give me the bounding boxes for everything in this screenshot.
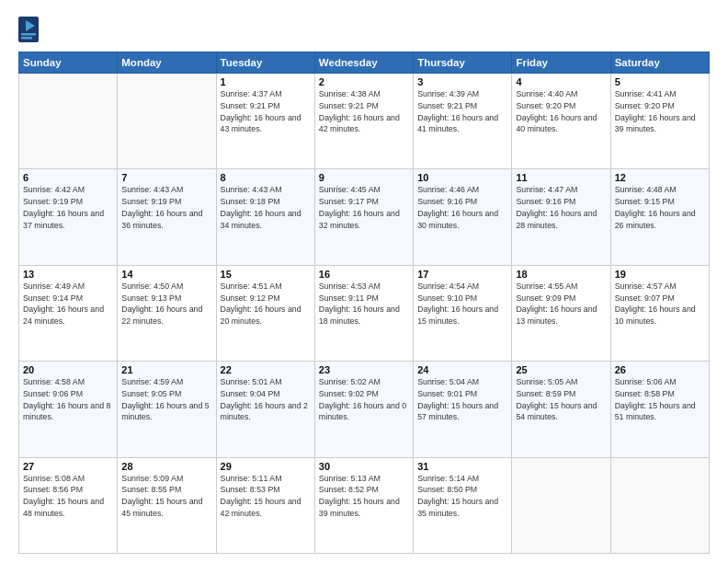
day-info: Sunrise: 4:39 AMSunset: 9:21 PMDaylight:… — [417, 88, 507, 135]
day-number: 22 — [221, 364, 311, 375]
day-info: Sunrise: 4:40 AMSunset: 9:20 PMDaylight:… — [516, 88, 606, 135]
day-info: Sunrise: 4:43 AMSunset: 9:18 PMDaylight:… — [221, 184, 311, 231]
calendar-cell: 8Sunrise: 4:43 AMSunset: 9:18 PMDaylight… — [216, 169, 314, 265]
weekday-header-tuesday: Tuesday — [216, 52, 314, 74]
day-info: Sunrise: 4:58 AMSunset: 9:06 PMDaylight:… — [23, 376, 113, 423]
day-info: Sunrise: 4:41 AMSunset: 9:20 PMDaylight:… — [615, 88, 705, 135]
calendar-cell: 3Sunrise: 4:39 AMSunset: 9:21 PMDaylight… — [414, 74, 512, 169]
day-info: Sunrise: 5:01 AMSunset: 9:04 PMDaylight:… — [221, 376, 311, 423]
calendar-cell — [610, 457, 709, 553]
calendar-cell: 12Sunrise: 4:48 AMSunset: 9:15 PMDayligh… — [610, 169, 709, 265]
day-info: Sunrise: 4:46 AMSunset: 9:16 PMDaylight:… — [417, 184, 507, 231]
svg-rect-2 — [21, 33, 36, 36]
calendar-cell: 19Sunrise: 4:57 AMSunset: 9:07 PMDayligh… — [610, 265, 709, 361]
calendar-cell: 10Sunrise: 4:46 AMSunset: 9:16 PMDayligh… — [414, 169, 512, 265]
day-number: 23 — [319, 364, 409, 375]
day-info: Sunrise: 5:08 AMSunset: 8:56 PMDaylight:… — [23, 473, 113, 520]
day-info: Sunrise: 4:47 AMSunset: 9:16 PMDaylight:… — [516, 184, 606, 231]
day-number: 28 — [121, 461, 211, 472]
day-number: 21 — [121, 364, 211, 375]
day-number: 8 — [221, 172, 311, 183]
calendar-cell: 14Sunrise: 4:50 AMSunset: 9:13 PMDayligh… — [118, 265, 216, 361]
day-info: Sunrise: 5:05 AMSunset: 8:59 PMDaylight:… — [516, 376, 606, 423]
header — [18, 17, 710, 42]
calendar-cell: 21Sunrise: 4:59 AMSunset: 9:05 PMDayligh… — [118, 362, 216, 457]
calendar-cell: 27Sunrise: 5:08 AMSunset: 8:56 PMDayligh… — [19, 457, 118, 553]
calendar-cell: 31Sunrise: 5:14 AMSunset: 8:50 PMDayligh… — [414, 457, 512, 553]
day-number: 10 — [417, 172, 507, 183]
calendar-cell: 25Sunrise: 5:05 AMSunset: 8:59 PMDayligh… — [512, 362, 610, 457]
svg-rect-3 — [21, 37, 32, 40]
calendar-cell: 15Sunrise: 4:51 AMSunset: 9:12 PMDayligh… — [216, 265, 314, 361]
calendar-cell: 20Sunrise: 4:58 AMSunset: 9:06 PMDayligh… — [19, 362, 118, 457]
day-number: 7 — [121, 172, 211, 183]
day-info: Sunrise: 4:48 AMSunset: 9:15 PMDaylight:… — [615, 184, 705, 231]
calendar-cell: 9Sunrise: 4:45 AMSunset: 9:17 PMDaylight… — [314, 169, 413, 265]
weekday-header-wednesday: Wednesday — [314, 52, 413, 74]
calendar-cell — [118, 74, 216, 169]
calendar-cell: 22Sunrise: 5:01 AMSunset: 9:04 PMDayligh… — [216, 362, 314, 457]
day-number: 14 — [121, 269, 211, 280]
day-info: Sunrise: 4:59 AMSunset: 9:05 PMDaylight:… — [121, 376, 211, 423]
day-number: 11 — [516, 172, 606, 183]
day-info: Sunrise: 5:04 AMSunset: 9:01 PMDaylight:… — [417, 376, 507, 423]
logo — [18, 17, 40, 42]
day-number: 18 — [516, 269, 606, 280]
day-number: 4 — [516, 76, 606, 87]
weekday-header-row: SundayMondayTuesdayWednesdayThursdayFrid… — [19, 52, 710, 74]
day-number: 3 — [417, 76, 507, 87]
calendar-table: SundayMondayTuesdayWednesdayThursdayFrid… — [18, 52, 710, 554]
day-info: Sunrise: 4:55 AMSunset: 9:09 PMDaylight:… — [516, 281, 606, 327]
day-number: 1 — [221, 76, 311, 87]
calendar-cell: 5Sunrise: 4:41 AMSunset: 9:20 PMDaylight… — [610, 74, 709, 169]
day-number: 15 — [221, 269, 311, 280]
calendar-cell: 28Sunrise: 5:09 AMSunset: 8:55 PMDayligh… — [118, 457, 216, 553]
day-info: Sunrise: 4:45 AMSunset: 9:17 PMDaylight:… — [319, 184, 409, 231]
day-number: 25 — [516, 364, 606, 375]
day-number: 13 — [23, 269, 113, 280]
calendar-cell: 17Sunrise: 4:54 AMSunset: 9:10 PMDayligh… — [414, 265, 512, 361]
day-info: Sunrise: 4:53 AMSunset: 9:11 PMDaylight:… — [319, 281, 409, 327]
day-info: Sunrise: 5:06 AMSunset: 8:58 PMDaylight:… — [615, 376, 705, 423]
calendar-cell: 6Sunrise: 4:42 AMSunset: 9:19 PMDaylight… — [19, 169, 118, 265]
calendar-cell — [19, 74, 118, 169]
calendar-cell: 2Sunrise: 4:38 AMSunset: 9:21 PMDaylight… — [314, 74, 413, 169]
day-info: Sunrise: 4:50 AMSunset: 9:13 PMDaylight:… — [121, 281, 211, 327]
day-info: Sunrise: 4:43 AMSunset: 9:19 PMDaylight:… — [121, 184, 211, 231]
day-number: 2 — [319, 76, 409, 87]
day-number: 24 — [417, 364, 507, 375]
day-info: Sunrise: 4:42 AMSunset: 9:19 PMDaylight:… — [23, 184, 113, 231]
calendar-cell: 18Sunrise: 4:55 AMSunset: 9:09 PMDayligh… — [512, 265, 610, 361]
calendar-cell: 30Sunrise: 5:13 AMSunset: 8:52 PMDayligh… — [314, 457, 413, 553]
day-info: Sunrise: 5:13 AMSunset: 8:52 PMDaylight:… — [319, 473, 409, 520]
calendar-cell: 26Sunrise: 5:06 AMSunset: 8:58 PMDayligh… — [610, 362, 709, 457]
day-number: 19 — [615, 269, 705, 280]
calendar-cell: 23Sunrise: 5:02 AMSunset: 9:02 PMDayligh… — [314, 362, 413, 457]
calendar-cell: 29Sunrise: 5:11 AMSunset: 8:53 PMDayligh… — [216, 457, 314, 553]
day-info: Sunrise: 5:02 AMSunset: 9:02 PMDaylight:… — [319, 376, 409, 423]
day-number: 29 — [221, 461, 311, 472]
calendar-cell: 11Sunrise: 4:47 AMSunset: 9:16 PMDayligh… — [512, 169, 610, 265]
day-info: Sunrise: 5:11 AMSunset: 8:53 PMDaylight:… — [221, 473, 311, 520]
day-number: 6 — [23, 172, 113, 183]
day-info: Sunrise: 5:14 AMSunset: 8:50 PMDaylight:… — [417, 473, 507, 520]
logo-icon — [18, 17, 39, 42]
calendar-cell: 13Sunrise: 4:49 AMSunset: 9:14 PMDayligh… — [19, 265, 118, 361]
day-info: Sunrise: 5:09 AMSunset: 8:55 PMDaylight:… — [121, 473, 211, 520]
calendar-cell: 7Sunrise: 4:43 AMSunset: 9:19 PMDaylight… — [118, 169, 216, 265]
weekday-header-sunday: Sunday — [19, 52, 118, 74]
day-number: 20 — [23, 364, 113, 375]
weekday-header-saturday: Saturday — [610, 52, 709, 74]
day-number: 16 — [319, 269, 409, 280]
weekday-header-thursday: Thursday — [414, 52, 512, 74]
day-info: Sunrise: 4:37 AMSunset: 9:21 PMDaylight:… — [221, 88, 311, 135]
calendar-week-5: 27Sunrise: 5:08 AMSunset: 8:56 PMDayligh… — [19, 457, 710, 553]
calendar-week-1: 1Sunrise: 4:37 AMSunset: 9:21 PMDaylight… — [19, 74, 710, 169]
day-info: Sunrise: 4:49 AMSunset: 9:14 PMDaylight:… — [23, 281, 113, 327]
day-number: 17 — [417, 269, 507, 280]
day-info: Sunrise: 4:51 AMSunset: 9:12 PMDaylight:… — [221, 281, 311, 327]
day-number: 9 — [319, 172, 409, 183]
calendar-week-4: 20Sunrise: 4:58 AMSunset: 9:06 PMDayligh… — [19, 362, 710, 457]
day-number: 27 — [23, 461, 113, 472]
weekday-header-monday: Monday — [118, 52, 216, 74]
